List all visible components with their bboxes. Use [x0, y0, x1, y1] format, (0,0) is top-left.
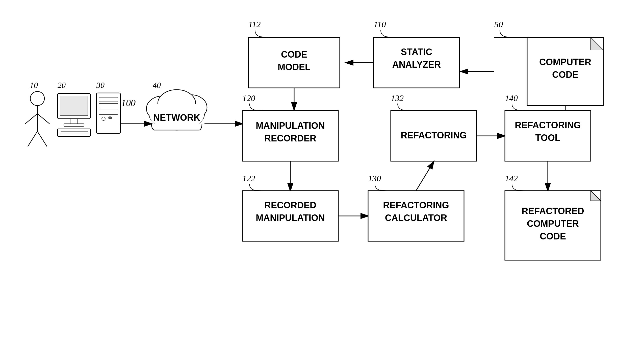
server-label: 30 — [96, 81, 105, 90]
computer-code-text1: COMPUTER — [539, 57, 591, 67]
recorded-manip-number: 122 — [242, 174, 255, 183]
svg-point-21 — [102, 117, 105, 120]
manip-recorder-text1: MANIPULATION — [256, 120, 325, 131]
svg-rect-14 — [58, 129, 90, 136]
svg-point-4 — [30, 91, 44, 106]
refactoring-calc-number: 130 — [368, 174, 381, 183]
refactoring-tool-text1: REFACTORING — [515, 120, 581, 130]
network-text: NETWORK — [153, 112, 200, 123]
refactoring-number: 132 — [391, 93, 404, 103]
code-model-number: 112 — [248, 20, 261, 29]
svg-rect-20 — [99, 110, 118, 114]
manip-recorder-text2: RECORDER — [264, 133, 316, 143]
diagram-container: 100 10 20 30 — [0, 0, 644, 343]
network-label: 40 — [153, 81, 161, 90]
svg-rect-18 — [99, 97, 118, 102]
computer-code-text2: CODE — [552, 69, 578, 80]
computer-label: 20 — [58, 81, 66, 90]
static-analyzer-text2: ANALYZER — [392, 59, 441, 70]
refactoring-calc-text2: CALCULATOR — [385, 213, 447, 223]
refactoring-text: REFACTORING — [401, 130, 467, 140]
static-analyzer-text1: STATIC — [401, 47, 432, 57]
code-model-text: CODE — [281, 49, 307, 60]
refactoring-tool-number: 140 — [505, 93, 518, 103]
svg-rect-12 — [70, 119, 78, 124]
refactored-code-text3: CODE — [540, 231, 566, 241]
recorded-manip-text1: RECORDED — [264, 200, 316, 210]
refactored-code-text2: COMPUTER — [527, 218, 579, 229]
user-label: 10 — [30, 81, 38, 90]
refactoring-calc-text1: REFACTORING — [383, 200, 449, 210]
refactored-code-number: 142 — [505, 174, 518, 183]
svg-rect-13 — [64, 124, 84, 126]
svg-rect-22 — [109, 117, 112, 119]
system-label: 100 — [121, 97, 136, 108]
refactoring-tool-text2: TOOL — [535, 133, 560, 143]
code-model-text2: MODEL — [278, 62, 311, 72]
manip-recorder-number: 120 — [242, 93, 255, 103]
computer-code-number: 50 — [494, 20, 503, 29]
svg-rect-11 — [60, 96, 88, 116]
static-analyzer-number: 110 — [374, 20, 386, 29]
recorded-manip-text2: MANIPULATION — [256, 213, 325, 223]
refactored-code-text1: REFACTORED — [522, 206, 584, 216]
svg-rect-19 — [99, 104, 118, 108]
